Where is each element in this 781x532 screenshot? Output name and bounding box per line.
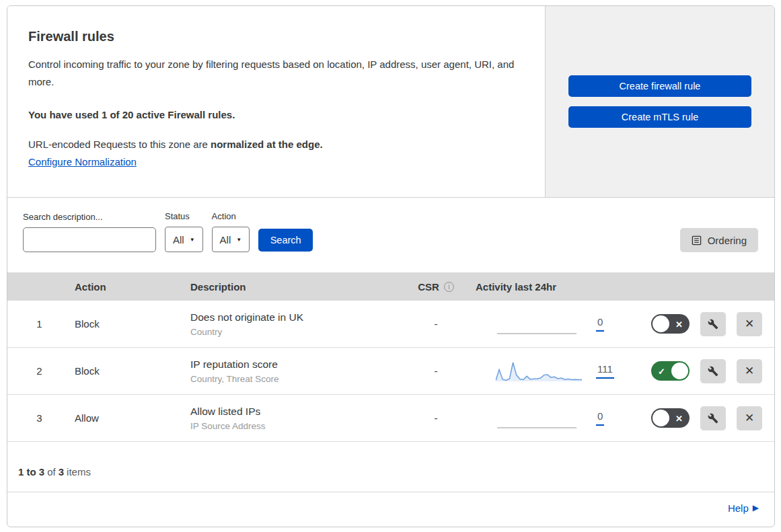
normalization-text: URL-encoded Requests to this zone are [28, 139, 211, 150]
rule-action: Block [71, 318, 187, 330]
configure-normalization-link[interactable]: Configure Normalization [28, 156, 137, 167]
activity-sparkline [496, 313, 582, 336]
rule-description-cell: Does not originate in UK Country [187, 311, 402, 337]
check-icon: ✓ [658, 366, 665, 376]
status-dropdown[interactable]: All ▼ [165, 227, 203, 252]
create-mtls-rule-button[interactable]: Create mTLS rule [568, 106, 751, 128]
ordering-button[interactable]: Ordering [680, 228, 758, 252]
x-icon: ✕ [675, 319, 683, 329]
activity-count-link[interactable]: 0 [596, 316, 604, 332]
csr-column-header: CSR i [402, 281, 470, 293]
toggle-knob [671, 363, 688, 379]
header-section: Firewall rules Control incoming traffic … [7, 6, 774, 198]
rule-action: Allow [71, 412, 187, 424]
status-filter-group: Status All ▼ [165, 211, 203, 252]
search-group: Search description... [23, 212, 156, 252]
action-dropdown-value: All [220, 234, 231, 245]
chevron-down-icon: ▼ [190, 237, 195, 243]
rule-fields: Country [190, 327, 402, 337]
rule-enabled-toggle[interactable]: ✓ ✕ [651, 314, 690, 334]
search-input[interactable] [36, 235, 158, 245]
table-row: 1 Block Does not originate in UK Country… [7, 301, 774, 348]
activity-count-link[interactable]: 0 [596, 410, 604, 426]
items-of-label: of [47, 466, 56, 478]
rule-fields: Country, Threat Score [190, 374, 402, 384]
search-label: Search description... [23, 212, 156, 222]
filter-bar: Search description... Status All ▼ Actio… [7, 198, 774, 272]
search-button[interactable]: Search [258, 229, 313, 252]
actions-panel: Create firewall rule Create mTLS rule [545, 6, 774, 197]
status-label: Status [165, 211, 203, 221]
rule-csr-value: - [402, 365, 470, 377]
rule-controls: ✓ ✕ ✕ [636, 406, 774, 430]
items-word: items [67, 466, 91, 478]
create-firewall-rule-button[interactable]: Create firewall rule [568, 75, 751, 97]
rule-enabled-toggle[interactable]: ✓ ✕ [651, 408, 690, 428]
rule-description-cell: IP reputation score Country, Threat Scor… [187, 358, 402, 384]
help-link[interactable]: Help [728, 502, 749, 514]
delete-rule-button[interactable]: ✕ [737, 359, 762, 383]
table-row: 3 Allow Allow listed IPs IP Source Addre… [7, 395, 774, 442]
rule-controls: ✓ ✕ ✕ [636, 359, 774, 383]
info-icon[interactable]: i [444, 282, 454, 292]
help-footer: Help ▶ [7, 492, 774, 523]
delete-rule-button[interactable]: ✕ [737, 406, 762, 430]
rule-priority: 3 [7, 412, 71, 424]
chevron-down-icon: ▼ [236, 237, 241, 243]
close-icon: ✕ [745, 411, 754, 425]
pagination-summary: 1 to 3 of 3 items [7, 442, 774, 492]
action-filter-group: Action All ▼ [212, 211, 250, 252]
delete-rule-button[interactable]: ✕ [737, 312, 762, 336]
rule-description: Allow listed IPs [190, 406, 402, 418]
rule-csr-value: - [402, 412, 470, 424]
rule-activity-cell: 0 [470, 407, 636, 430]
edit-rule-button[interactable] [700, 359, 726, 383]
header-text-block: Firewall rules Control incoming traffic … [7, 6, 545, 197]
rule-activity-cell: 111 [470, 360, 636, 383]
rule-csr-value: - [402, 318, 470, 330]
description-column-header: Description [187, 281, 402, 293]
x-icon: ✕ [675, 413, 683, 423]
firewall-rules-card: Firewall rules Control incoming traffic … [7, 5, 775, 527]
normalization-bold-text: normalized at the edge. [211, 139, 323, 150]
close-icon: ✕ [745, 364, 754, 378]
toggle-knob [653, 410, 669, 426]
edit-rule-button[interactable] [700, 406, 726, 430]
rule-description: IP reputation score [190, 358, 402, 371]
edit-rule-button[interactable] [700, 312, 726, 336]
items-total: 3 [59, 466, 64, 478]
table-header: Action Description CSR i Activity last 2… [7, 272, 774, 301]
items-range: 1 to 3 [18, 466, 44, 478]
action-label: Action [212, 211, 250, 221]
action-dropdown[interactable]: All ▼ [212, 227, 250, 252]
activity-column-header: Activity last 24hr [470, 281, 636, 293]
table-row: 2 Block IP reputation score Country, Thr… [7, 348, 774, 395]
wrench-icon [708, 366, 718, 377]
rule-action: Block [71, 365, 187, 377]
rule-description-cell: Allow listed IPs IP Source Address [187, 406, 402, 431]
arrow-right-icon: ▶ [753, 503, 759, 512]
rule-enabled-toggle[interactable]: ✓ ✕ [651, 361, 690, 381]
page-description: Control incoming traffic to your zone by… [28, 56, 518, 91]
wrench-icon [708, 413, 718, 424]
normalization-note: URL-encoded Requests to this zone are no… [28, 139, 518, 150]
wrench-icon [708, 319, 718, 330]
activity-count-link[interactable]: 111 [596, 363, 614, 379]
rule-description: Does not originate in UK [190, 311, 402, 324]
page-title: Firewall rules [28, 29, 518, 44]
csr-header-label: CSR [418, 281, 439, 293]
close-icon: ✕ [745, 317, 754, 331]
toggle-knob [653, 315, 669, 332]
activity-sparkline [496, 407, 582, 430]
rule-activity-cell: 0 [470, 313, 636, 336]
rule-controls: ✓ ✕ ✕ [636, 312, 774, 336]
ordering-button-label: Ordering [708, 235, 747, 246]
activity-sparkline [496, 360, 582, 383]
rule-fields: IP Source Address [190, 421, 402, 431]
rule-priority: 2 [7, 365, 71, 377]
status-dropdown-value: All [173, 234, 184, 245]
ordering-list-icon [692, 235, 702, 245]
action-column-header: Action [71, 281, 187, 293]
rule-priority: 1 [7, 318, 71, 330]
usage-note: You have used 1 of 20 active Firewall ru… [28, 109, 518, 120]
